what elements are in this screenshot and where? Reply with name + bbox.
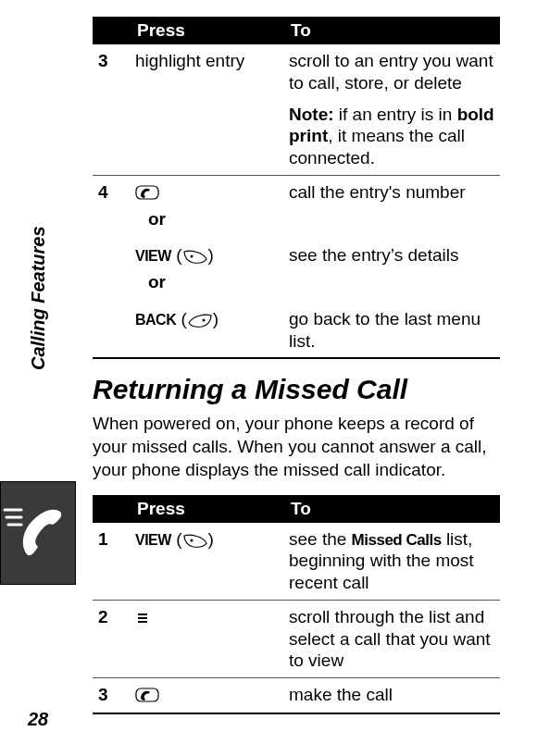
table2-row3-to: make the call [283,678,500,713]
note-label: Note: [289,105,334,124]
table2-row3-num: 3 [93,678,130,713]
or-1: or [148,204,278,234]
intro-paragraph: When powered on, your phone keeps a reco… [93,413,500,481]
table1-row4-to-a: call the entry's number [283,175,500,239]
svg-rect-6 [138,617,147,619]
table1-row3-to-a: scroll to an entry you want to call, sto… [289,51,493,93]
table1-row4-num: 4 [93,175,130,239]
svg-point-2 [190,255,193,258]
table2-row1-num: 1 [93,523,130,601]
or-2: or [148,267,278,297]
press-to-table-2: Press To 1 VIEW ( ) see the Missed Ca [93,495,500,714]
table2-row3-press [130,678,283,713]
table2-row1-to: see the Missed Calls list, beginning wit… [283,523,500,601]
press-to-table-1: Press To 3 highlight entry scroll to an … [93,17,500,359]
back-label: BACK [135,312,176,328]
svg-rect-7 [138,621,147,623]
svg-rect-8 [136,688,158,701]
table2-row2-num: 2 [93,600,130,677]
section-title: Returning a Missed Call [93,374,500,405]
table1-row4-press-c: BACK ( ) [130,303,283,359]
manual-page: Calling Features Press To 3 highlight en… [0,0,537,756]
nav-key-icon [135,607,150,629]
send-key-icon [135,182,159,204]
page-number: 28 [28,709,48,730]
table1-row4-press-a: or [130,175,283,239]
section-sidebar-label: Calling Features [28,226,49,370]
send-key-icon [135,685,159,707]
table2-row2-to: scroll through the list and select a cal… [283,600,500,677]
table1-row3-to: scroll to an entry you want to call, sto… [283,44,500,175]
t2-r1-to-bold: Missed Calls [352,531,442,549]
table1-row3-num: 3 [93,44,130,175]
table1-header-to: To [283,17,500,44]
view-label-2: VIEW [135,532,171,548]
table1-header-press: Press [130,17,283,44]
softkey-left-icon [187,309,213,331]
table2-row2-press [130,600,283,677]
svg-point-4 [190,539,193,541]
table1-row3-press: highlight entry [130,44,283,175]
phone-badge-icon [0,481,76,585]
softkey-right-icon [182,245,208,267]
svg-point-3 [202,319,205,322]
table2-corner [93,495,130,523]
note-a: if an entry is in [334,105,457,124]
table2-header-press: Press [130,495,283,523]
view-label: VIEW [135,248,171,264]
table1-row4-to-c: go back to the last menu list. [283,303,500,359]
table1-row4-press-b: VIEW ( ) or [130,239,283,303]
table2-row1-press: VIEW ( ) [130,523,283,601]
svg-rect-1 [136,186,158,199]
table1-corner [93,17,130,44]
t2-r1-to-a: see the [289,529,352,549]
svg-rect-5 [138,613,147,615]
table2-header-to: To [283,495,500,523]
table1-row4-to-b: see the entry’s details [283,239,500,303]
softkey-right-icon [182,529,208,552]
